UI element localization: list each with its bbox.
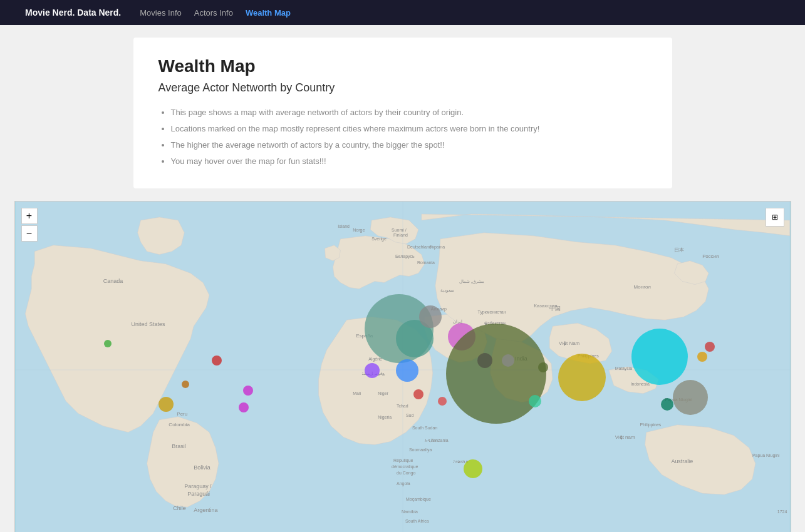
bubble-se-asia[interactable]: [673, 380, 708, 415]
svg-text:Argentina: Argentina: [194, 507, 217, 513]
svg-text:Soomaali​ya: Soomaali​ya: [408, 448, 432, 453]
svg-text:Sverige: Sverige: [371, 237, 387, 242]
map-container[interactable]: + − ⊞: [14, 201, 791, 532]
svg-text:Bolivia: Bolivia: [194, 464, 210, 471]
zoom-in-button[interactable]: +: [21, 208, 38, 224]
svg-text:Colombia: Colombia: [169, 422, 190, 427]
bubble-mexico[interactable]: [158, 397, 174, 412]
svg-text:Tchad: Tchad: [397, 404, 408, 408]
svg-text:Island: Island: [338, 224, 350, 228]
page-title: Wealth Map: [158, 56, 647, 76]
bubble-west-africa[interactable]: [413, 389, 423, 399]
bullet-2: Locations marked on the map mostly repre…: [171, 121, 647, 137]
svg-text:Malaysia: Malaysia: [615, 366, 632, 371]
bubble-saudi[interactable]: [502, 354, 514, 367]
bubble-pakistan[interactable]: [538, 362, 548, 372]
bubble-canada-west[interactable]: [104, 340, 112, 347]
svg-text:Việt Nam: Việt Nam: [559, 340, 580, 346]
bubble-middle-east-big[interactable]: [446, 324, 546, 424]
svg-text:Việt nam: Việt nam: [615, 434, 635, 440]
svg-text:Finland: Finland: [393, 233, 408, 237]
svg-text:Romania: Romania: [417, 260, 434, 265]
bubble-india[interactable]: [558, 354, 606, 401]
svg-text:Mali: Mali: [353, 391, 361, 396]
svg-text:South Sudan: South Sudan: [412, 426, 437, 430]
bubble-usa-west[interactable]: [182, 381, 189, 388]
bubble-ethiopia[interactable]: [529, 395, 541, 407]
nav-wealth-map[interactable]: Wealth Map: [246, 8, 291, 18]
svg-text:سعودية: سعودية: [440, 288, 454, 293]
svg-text:Suomi /: Suomi /: [392, 228, 407, 232]
nav-actors-info[interactable]: Actors Info: [194, 8, 233, 18]
svg-text:Peru: Peru: [177, 411, 187, 417]
svg-text:Украіна: Украіна: [429, 245, 444, 250]
svg-text:Монгол: Монгол: [633, 284, 651, 290]
svg-text:مشرق, شمال: مشرق, شمال: [459, 279, 484, 284]
svg-text:Algérie: Algérie: [368, 357, 382, 362]
svg-text:Namíbia: Namíbia: [402, 509, 418, 514]
svg-text:du Congo: du Congo: [397, 471, 415, 476]
svg-text:United States: United States: [131, 321, 165, 327]
svg-text:Sud: Sud: [405, 413, 413, 417]
bubble-se-asia2[interactable]: [661, 398, 673, 411]
bubble-germany-area[interactable]: [419, 305, 442, 328]
nav-movies-info[interactable]: Movies Info: [140, 8, 181, 18]
svg-text:日本: 日本: [674, 247, 684, 253]
svg-text:Philippines: Philippines: [640, 422, 661, 427]
zoom-out-button[interactable]: −: [21, 225, 38, 242]
bullet-list: This page shows a map with average netwo…: [158, 105, 647, 170]
brand-name: Movie Nerd. Data Nerd.: [25, 8, 121, 18]
bubble-colombia[interactable]: [239, 402, 249, 412]
bullet-4: You may hover over the map for fun stats…: [171, 153, 647, 170]
svg-text:Australie: Australie: [671, 458, 693, 464]
bubble-south-africa[interactable]: [464, 459, 482, 478]
bubble-japan[interactable]: [705, 342, 715, 352]
bubble-spain-morocco[interactable]: [365, 363, 380, 378]
bullet-1: This page shows a map with average netwo…: [171, 105, 647, 121]
svg-text:South Africa: South Africa: [405, 519, 428, 523]
svg-text:Papua Niugini: Papua Niugini: [752, 453, 779, 458]
svg-text:Туркменистан: Туркменистан: [477, 310, 506, 315]
svg-text:Niger: Niger: [378, 391, 388, 396]
svg-text:Indonesia: Indonesia: [630, 382, 649, 386]
svg-text:Brasil: Brasil: [172, 443, 185, 449]
svg-text:Россия: Россия: [702, 253, 719, 259]
svg-text:démocratique: démocratique: [392, 464, 418, 469]
svg-text:Répulique: Répulique: [393, 458, 413, 463]
svg-text:Беларусь: Беларусь: [395, 254, 415, 259]
bubble-caribbean[interactable]: [243, 386, 253, 396]
svg-text:Deutschland: Deutschland: [407, 245, 431, 249]
svg-text:Norge: Norge: [353, 228, 365, 233]
page-subtitle: Average Actor Networth by Country: [158, 81, 647, 95]
svg-text:Tanzania: Tanzania: [430, 438, 448, 442]
svg-text:Angola: Angola: [397, 481, 410, 486]
bubble-south-korea[interactable]: [697, 352, 707, 362]
svg-text:Chile: Chile: [173, 505, 185, 511]
svg-text:Paraguay /: Paraguay /: [184, 483, 212, 489]
bubble-nigeria[interactable]: [438, 397, 447, 406]
bullet-3: The higher the average networth of actor…: [171, 137, 647, 153]
svg-text:1724: 1724: [777, 509, 787, 514]
svg-text:Moçambique: Moçambique: [405, 497, 430, 502]
map-controls: + −: [21, 208, 38, 242]
svg-text:Paraguái: Paraguái: [187, 491, 210, 497]
bubble-china[interactable]: [631, 329, 688, 385]
svg-text:Казахстан: Казахстан: [534, 303, 557, 309]
info-panel: Wealth Map Average Actor Networth by Cou…: [133, 38, 672, 188]
layers-button[interactable]: ⊞: [766, 208, 784, 227]
svg-text:Nigeria: Nigeria: [378, 415, 392, 420]
svg-text:Canada: Canada: [103, 278, 122, 284]
nav-links: Movies Info Actors Info Wealth Map: [140, 8, 291, 18]
bubble-blue-dot1[interactable]: [396, 359, 418, 382]
bubble-usa-midwest[interactable]: [212, 356, 222, 366]
navbar: Movie Nerd. Data Nerd. Movies Info Actor…: [0, 0, 805, 25]
layers-icon: ⊞: [772, 213, 778, 222]
